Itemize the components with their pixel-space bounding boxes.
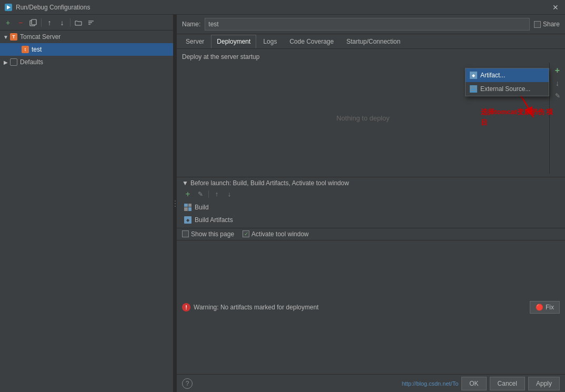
bottom-right: http://blog.csdn.net/To OK Cancel Apply [402, 377, 560, 390]
add-before-launch-button[interactable]: + [182, 189, 194, 199]
warning-icon: ! [182, 303, 190, 311]
tab-code-coverage[interactable]: Code Coverage [284, 35, 339, 48]
nothing-to-deploy-text: Nothing to deploy [336, 114, 389, 122]
test-config-item[interactable]: test [0, 43, 173, 56]
deploy-label: Deploy at the server startup [177, 49, 565, 63]
artifact-menu-item[interactable]: ◆ Artifact... [466, 68, 549, 82]
deploy-section: Deploy at the server startup Nothing to … [177, 49, 565, 177]
artifact-icon: ◆ [470, 72, 477, 79]
artifact-label: Artifact... [480, 72, 505, 79]
activate-tool-window-checkbox[interactable] [243, 230, 249, 237]
toolbar-separator-1 [41, 18, 42, 27]
before-launch-label: Before launch: Build, Build Artifacts, A… [190, 179, 349, 187]
share-label: Share [543, 21, 560, 28]
copy-config-button[interactable] [27, 17, 39, 28]
tabs-bar: Server Deployment Logs Code Coverage Sta… [177, 34, 565, 49]
left-panel: + − ↑ ↓ [0, 15, 174, 392]
main-container: + − ↑ ↓ [0, 15, 565, 392]
bottom-link: http://blog.csdn.net/To [402, 380, 459, 387]
test-config-label: test [32, 46, 42, 53]
tab-startup-connection[interactable]: Startup/Connection [340, 35, 406, 48]
bl-separator [208, 190, 209, 198]
before-launch-items: Build Build Artifacts [182, 202, 560, 226]
collapse-arrow[interactable]: ▼ [182, 179, 188, 187]
ok-button[interactable]: OK [461, 377, 486, 390]
before-launch-header: ▼ Before launch: Build, Build Artifacts,… [182, 179, 560, 187]
tab-logs[interactable]: Logs [257, 35, 282, 48]
tomcat-server-group[interactable]: ▼ Tomcat Server [0, 31, 173, 43]
tomcat-server-label: Tomcat Server [20, 33, 60, 41]
remove-config-button[interactable]: − [15, 17, 26, 28]
content-area: Deploy at the server startup Nothing to … [177, 49, 565, 374]
build-item[interactable]: Build [182, 202, 560, 213]
external-source-menu-item[interactable]: External Source... [466, 82, 549, 96]
tab-deployment[interactable]: Deployment [211, 35, 256, 48]
move-down-button[interactable]: ↓ [56, 17, 68, 28]
build-artifacts-item[interactable]: Build Artifacts [182, 214, 560, 226]
sort-button[interactable] [85, 17, 97, 28]
move-before-launch-up-button[interactable]: ↑ [211, 189, 223, 199]
fix-button[interactable]: 🔴 Fix [530, 301, 560, 314]
show-this-page-option[interactable]: Show this page [182, 230, 234, 238]
fix-label: Fix [546, 304, 554, 311]
name-input[interactable] [205, 18, 530, 31]
defaults-arrow: ▶ [2, 59, 9, 65]
build-artifacts-label: Build Artifacts [195, 216, 233, 224]
name-label: Name: [182, 21, 200, 28]
external-source-label: External Source... [480, 85, 530, 93]
activate-tool-window-label: Activate tool window [251, 230, 309, 238]
show-this-page-checkbox[interactable] [182, 230, 189, 237]
before-launch-toolbar: + ✎ ↑ ↓ [182, 189, 560, 199]
close-button[interactable]: ✕ [550, 2, 561, 13]
svg-rect-7 [471, 86, 476, 91]
share-option[interactable]: Share [534, 21, 560, 28]
title-bar-text: Run/Debug Configurations [16, 4, 550, 11]
edit-deploy-button[interactable]: ✎ [552, 90, 563, 102]
add-config-button[interactable]: + [2, 17, 14, 28]
defaults-group[interactable]: ▶ Defaults [0, 56, 173, 68]
toolbar-separator-2 [70, 18, 70, 27]
bottom-bar: ? http://blog.csdn.net/To OK Cancel Appl… [177, 374, 565, 392]
run-debug-icon [4, 3, 13, 12]
move-up-button[interactable]: ↑ [44, 17, 55, 28]
defaults-icon [9, 58, 18, 66]
warning-text: Warning: No artifacts marked for deploym… [194, 304, 527, 311]
activate-tool-window-option[interactable]: Activate tool window [243, 230, 309, 238]
build-label: Build [195, 204, 209, 211]
edit-before-launch-button[interactable]: ✎ [195, 189, 206, 199]
cancel-button[interactable]: Cancel [490, 377, 525, 390]
deploy-sidebar: + ↓ ✎ [549, 63, 565, 174]
title-bar: Run/Debug Configurations ✕ [0, 0, 565, 15]
external-source-icon [470, 85, 477, 93]
build-artifacts-icon [184, 216, 191, 224]
config-tree: ▼ Tomcat Server test ▶ Default [0, 31, 173, 392]
left-toolbar: + − ↑ ↓ [0, 15, 173, 31]
bottom-left: ? [182, 378, 193, 389]
right-panel: Name: Share Server Deployment Logs Code … [177, 15, 565, 392]
name-row: Name: Share [177, 15, 565, 34]
apply-button[interactable]: Apply [528, 377, 560, 390]
tomcat-server-icon [9, 33, 18, 41]
build-icon [184, 204, 191, 211]
add-deploy-button[interactable]: + [552, 65, 563, 76]
share-checkbox[interactable] [534, 21, 541, 28]
help-button[interactable]: ? [182, 378, 193, 389]
tab-server[interactable]: Server [180, 35, 210, 48]
move-deploy-down-button[interactable]: ↓ [552, 77, 563, 89]
svg-rect-3 [32, 19, 36, 25]
options-row: Show this page Activate tool window [177, 228, 565, 240]
before-launch-section: ▼ Before launch: Build, Build Artifacts,… [177, 177, 565, 228]
move-before-launch-down-button[interactable]: ↓ [224, 189, 235, 199]
show-this-page-label: Show this page [191, 230, 234, 238]
warning-bar: ! Warning: No artifacts marked for deplo… [177, 240, 565, 375]
test-config-icon [21, 45, 29, 54]
fix-icon: 🔴 [536, 304, 543, 311]
resize-dots [175, 200, 176, 207]
dropdown-menu: ◆ Artifact... External Source... [465, 68, 549, 96]
defaults-label: Defaults [20, 58, 43, 66]
expand-arrow: ▼ [2, 34, 9, 40]
folder-button[interactable] [73, 17, 84, 28]
